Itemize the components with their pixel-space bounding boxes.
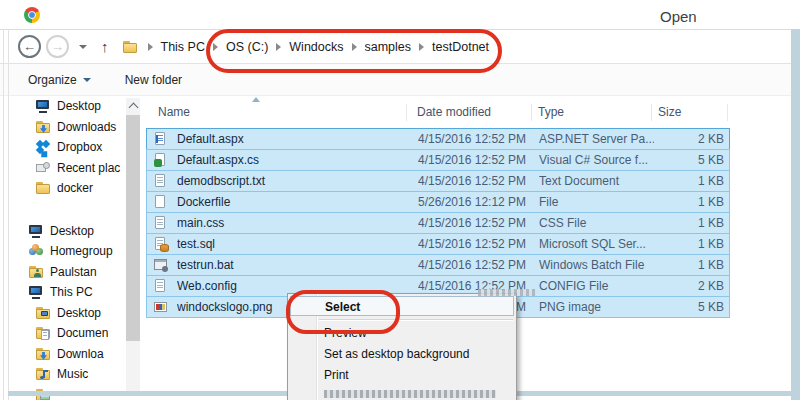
scroll-up-icon[interactable] — [129, 103, 139, 113]
aspx-file-icon — [153, 131, 169, 147]
menu-item-set-as-desktop-background[interactable]: Set as desktop background — [288, 344, 516, 365]
this-pc-icon — [28, 284, 44, 300]
file-date-cell: 4/15/2016 12:52 PM — [418, 213, 533, 233]
sidebar-item-downloa[interactable]: Downloa — [9, 344, 126, 365]
menu-item-preview[interactable]: Preview — [288, 323, 516, 344]
breadcrumb-segment-windocks[interactable]: Windocks — [289, 40, 343, 54]
chevron-down-icon — [83, 78, 91, 82]
sidebar-group-spacer — [9, 199, 126, 221]
sidebar-item-label: Desktop — [57, 306, 101, 320]
desktop-icon — [35, 98, 51, 114]
organize-label: Organize — [28, 73, 77, 87]
navigation-pane: DesktopDownloadsDropboxRecent placdocker… — [9, 96, 126, 400]
up-arrow-icon: ↑ — [101, 38, 109, 55]
sidebar-item-desktop[interactable]: Desktop — [9, 303, 126, 324]
column-divider[interactable] — [727, 104, 728, 121]
breadcrumb-segment-this-pc[interactable]: This PC — [161, 40, 205, 54]
file-size-cell: 5 KB — [627, 150, 724, 170]
file-name-cell: Default.aspx — [177, 129, 407, 149]
sidebar-item-label: docker — [57, 181, 93, 195]
breadcrumb-segment-testdotnet[interactable]: testDotnet — [432, 40, 489, 54]
breadcrumb-separator-icon — [419, 43, 424, 51]
back-arrow-icon: ← — [23, 39, 36, 54]
file-date-cell: 4/15/2016 12:52 PM — [418, 171, 533, 191]
new-folder-button[interactable]: New folder — [125, 73, 182, 87]
documents-folder-icon — [35, 325, 51, 341]
sidebar-item-recent-plac[interactable]: Recent plac — [9, 158, 126, 179]
window-left-border-inner — [8, 29, 9, 400]
table-row-dockerfile[interactable]: Dockerfile5/26/2016 12:12 PMFile1 KB — [146, 191, 730, 213]
music-folder-icon — [35, 366, 51, 382]
up-button[interactable]: ↑ — [101, 38, 109, 55]
breadcrumb-separator-icon — [213, 43, 218, 51]
file-name-cell: testrun.bat — [177, 255, 407, 275]
file-name-cell: test.sql — [177, 234, 407, 254]
open-dialog-window: Open ← → ↑ This PCOS (C:)Windockssamples… — [0, 0, 800, 400]
column-header-date-modified[interactable]: Date modified — [417, 105, 491, 119]
table-row-default-aspx[interactable]: Default.aspx4/15/2016 12:52 PMASP.NET Se… — [146, 128, 730, 150]
sidebar-item-desktop[interactable]: Desktop — [9, 221, 126, 242]
generic-file-icon — [153, 194, 169, 210]
column-header-type[interactable]: Type — [538, 105, 564, 119]
file-size-cell: 1 KB — [627, 213, 724, 233]
text-file-icon — [153, 173, 169, 189]
file-size-cell: 2 KB — [627, 129, 724, 149]
table-row-demodbscript-txt[interactable]: demodbscript.txt4/15/2016 12:52 PMText D… — [146, 170, 730, 192]
redacted-menu-item — [324, 390, 496, 398]
sidebar-item-paulstan[interactable]: Paulstan — [9, 262, 126, 283]
chevron-down-icon[interactable] — [79, 45, 87, 49]
table-row-testrun-bat[interactable]: testrun.bat4/15/2016 12:52 PMWindows Bat… — [146, 254, 730, 276]
sidebar-item-desktop[interactable]: Desktop — [9, 96, 126, 117]
forward-button[interactable]: → — [46, 35, 69, 58]
forward-arrow-icon: → — [51, 39, 64, 54]
recent-places-icon — [35, 160, 51, 176]
desktop-folder-icon — [35, 305, 51, 321]
file-date-cell: 4/15/2016 12:52 PM — [418, 255, 533, 275]
sidebar-item-homegroup[interactable]: Homegroup — [9, 241, 126, 262]
breadcrumb-segment-samples[interactable]: samples — [365, 40, 412, 54]
sidebar-item-music[interactable]: Music — [9, 364, 126, 385]
png-file-icon — [153, 299, 169, 315]
table-row-default-aspx-cs[interactable]: Default.aspx.cs4/15/2016 12:52 PMVisual … — [146, 149, 730, 171]
breadcrumb-separator-icon — [352, 43, 357, 51]
column-divider[interactable] — [406, 104, 407, 121]
back-button[interactable]: ← — [18, 35, 41, 58]
folder-icon — [35, 180, 51, 196]
downloads-folder-icon — [35, 346, 51, 362]
column-divider[interactable] — [531, 104, 532, 121]
downloads-folder-icon — [35, 119, 51, 135]
file-size-cell: 2 KB — [627, 276, 724, 296]
file-date-cell: 5/26/2016 12:12 PM — [418, 192, 533, 212]
column-header-name[interactable]: Name — [158, 105, 190, 119]
breadcrumb-separator-icon — [148, 43, 153, 51]
table-row-main-css[interactable]: main.css4/15/2016 12:52 PMCSS File1 KB — [146, 212, 730, 234]
menu-item-select[interactable]: Select — [290, 296, 514, 316]
file-size-cell: 5 KB — [627, 297, 724, 317]
file-size-cell: 1 KB — [627, 171, 724, 191]
organize-button[interactable]: Organize — [28, 73, 91, 87]
title-bar: Open — [0, 0, 800, 29]
column-header-size[interactable]: Size — [658, 105, 681, 119]
sidebar-item-dropbox[interactable]: Dropbox — [9, 137, 126, 158]
sidebar-item-documen[interactable]: Documen — [9, 323, 126, 344]
column-header-row: Name Date modified Type Size — [146, 96, 790, 129]
scrollbar-thumb[interactable] — [126, 115, 140, 341]
sidebar-item-label: Desktop — [50, 224, 94, 238]
menu-item-print[interactable]: Print — [288, 365, 516, 386]
window-title: Open — [660, 8, 697, 25]
column-divider[interactable] — [651, 104, 652, 121]
menu-separator — [319, 319, 513, 320]
table-row-test-sql[interactable]: test.sql4/15/2016 12:52 PMMicrosoft SQL … — [146, 233, 730, 255]
file-date-cell: 4/15/2016 12:52 PM — [418, 234, 533, 254]
sidebar-scrollbar[interactable] — [126, 98, 140, 391]
sidebar-item-label: Dropbox — [57, 140, 102, 154]
sidebar-item-label: Desktop — [57, 99, 101, 113]
breadcrumb-separator-icon — [276, 43, 281, 51]
sidebar-item-downloads[interactable]: Downloads — [9, 117, 126, 138]
new-folder-label: New folder — [125, 73, 182, 87]
sidebar-item-docker[interactable]: docker — [9, 178, 126, 199]
window-left-border — [3, 29, 4, 400]
navigation-bar: ← → ↑ This PCOS (C:)WindockssamplestestD… — [0, 30, 791, 63]
breadcrumb-segment-os-c-[interactable]: OS (C:) — [226, 40, 268, 54]
sidebar-item-this-pc[interactable]: This PC — [9, 282, 126, 303]
